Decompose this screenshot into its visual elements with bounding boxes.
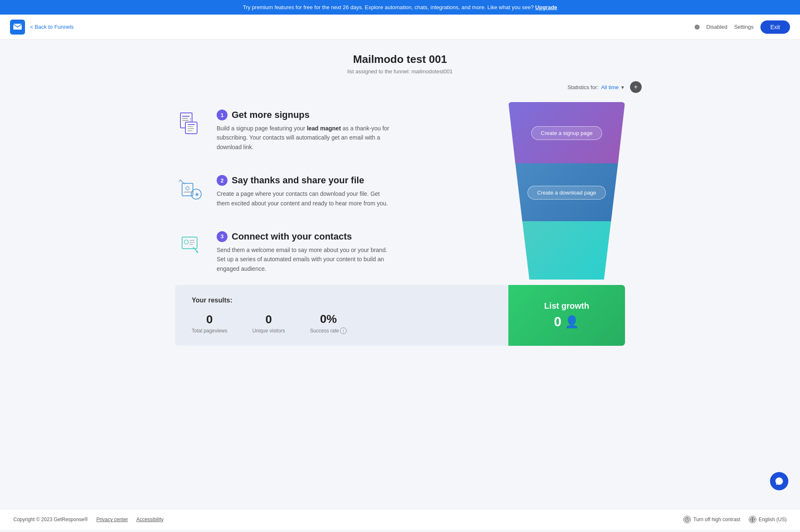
step-2-icon: ★ bbox=[177, 175, 206, 204]
svg-point-11 bbox=[186, 187, 189, 190]
privacy-link[interactable]: Privacy center bbox=[96, 517, 128, 522]
funnel-card-3 bbox=[508, 221, 625, 280]
header: < Back to Funnels Disabled Settings Exit bbox=[0, 15, 800, 40]
right-panel: Create a signup page Create a download p… bbox=[508, 98, 625, 285]
step-3: 3 Connect with your contacts Send them a… bbox=[175, 220, 498, 285]
step-3-number: 3 bbox=[217, 231, 228, 242]
copyright: Copyright © 2023 GetResponse® bbox=[13, 517, 88, 522]
visitors-label: Unique visitors bbox=[252, 328, 285, 334]
visitors-value: 0 bbox=[252, 313, 285, 326]
step-2: ★ 2 Say thanks and share your file Creat… bbox=[175, 163, 498, 220]
step-1-title: Get more signups bbox=[232, 110, 310, 120]
svg-point-22 bbox=[687, 518, 688, 519]
accessibility-link[interactable]: Accessibility bbox=[136, 517, 163, 522]
step-2-description: Create a page where your contacts can do… bbox=[217, 189, 392, 208]
page-title: Mailmodo test 001 bbox=[8, 53, 792, 66]
footer: Copyright © 2023 GetResponse® Privacy ce… bbox=[0, 509, 800, 530]
pageviews-label: Total pageviews bbox=[192, 328, 227, 334]
svg-rect-12 bbox=[184, 192, 191, 192]
create-signup-page-button[interactable]: Create a signup page bbox=[531, 126, 602, 140]
svg-point-17 bbox=[184, 240, 188, 244]
funnel-card-1[interactable]: Create a signup page bbox=[508, 102, 625, 164]
list-growth-value: 0 👤 bbox=[554, 314, 580, 330]
step-2-number: 2 bbox=[217, 175, 228, 186]
results-title: Your results: bbox=[192, 297, 492, 304]
step-1-number: 1 bbox=[217, 110, 228, 120]
step-3-description: Send them a welcome email to say more ab… bbox=[217, 245, 392, 273]
statistics-time-period[interactable]: All time bbox=[601, 84, 619, 90]
step-1: 1 Get more signups Build a signup page f… bbox=[175, 98, 498, 163]
pageviews-value: 0 bbox=[192, 313, 227, 326]
step-3-content: 3 Connect with your contacts Send them a… bbox=[217, 231, 498, 273]
person-icon: 👤 bbox=[565, 315, 579, 329]
page-title-area: Mailmodo test 001 list assigned to the f… bbox=[0, 40, 800, 81]
header-left: < Back to Funnels bbox=[10, 20, 74, 35]
step-2-icon-area: ★ bbox=[175, 175, 208, 204]
step-1-header: 1 Get more signups bbox=[217, 110, 498, 120]
svg-rect-5 bbox=[188, 124, 195, 125]
step-1-icon-area bbox=[175, 110, 208, 139]
page-subtitle: list assigned to the funnel: mailmodotes… bbox=[8, 68, 792, 75]
high-contrast-toggle[interactable]: Turn off high contrast bbox=[683, 516, 740, 523]
statistics-label: Statistics for: bbox=[568, 84, 598, 90]
upgrade-link[interactable]: Upgrade bbox=[535, 4, 558, 10]
list-growth-card: List growth 0 👤 bbox=[508, 285, 625, 346]
step-2-header: 2 Say thanks and share your file bbox=[217, 175, 498, 186]
bottom-results-row: Your results: 0 Total pageviews 0 Unique… bbox=[150, 285, 650, 362]
list-growth-number: 0 bbox=[554, 314, 562, 330]
step-3-icon bbox=[177, 231, 206, 260]
results-metrics: 0 Total pageviews 0 Unique visitors 0% S… bbox=[192, 312, 492, 334]
language-selector[interactable]: English (US) bbox=[749, 516, 787, 523]
step-2-title: Say thanks and share your file bbox=[232, 175, 364, 186]
step-3-header: 3 Connect with your contacts bbox=[217, 231, 498, 242]
disabled-label: Disabled bbox=[706, 24, 728, 30]
high-contrast-label[interactable]: Turn off high contrast bbox=[693, 517, 740, 522]
success-info-icon[interactable]: i bbox=[340, 327, 347, 334]
main-layout: 1 Get more signups Build a signup page f… bbox=[150, 98, 650, 285]
svg-rect-8 bbox=[188, 130, 192, 131]
svg-text:★: ★ bbox=[195, 192, 199, 197]
banner-text: Try premium features for free for the ne… bbox=[243, 4, 534, 10]
step-1-description: Build a signup page featuring your lead … bbox=[217, 124, 392, 152]
add-button[interactable]: + bbox=[630, 81, 642, 93]
metric-success: 0% Success rate i bbox=[310, 312, 347, 334]
svg-rect-4 bbox=[185, 122, 197, 134]
top-banner: Try premium features for free for the ne… bbox=[0, 0, 800, 15]
metric-visitors: 0 Unique visitors bbox=[252, 313, 285, 334]
step-2-content: 2 Say thanks and share your file Create … bbox=[217, 175, 498, 208]
chat-fab-button[interactable] bbox=[770, 472, 788, 490]
accessibility-icon bbox=[683, 516, 691, 523]
footer-left: Copyright © 2023 GetResponse® Privacy ce… bbox=[13, 517, 164, 522]
step-3-icon-area bbox=[175, 231, 208, 260]
settings-link[interactable]: Settings bbox=[734, 24, 754, 30]
success-label: Success rate i bbox=[310, 327, 347, 334]
list-growth-title: List growth bbox=[544, 301, 589, 311]
status-dot bbox=[695, 25, 700, 30]
footer-right: Turn off high contrast English (US) bbox=[683, 516, 787, 523]
results-card: Your results: 0 Total pageviews 0 Unique… bbox=[175, 285, 508, 346]
funnels-link[interactable]: Funnels bbox=[55, 24, 74, 30]
exit-button[interactable]: Exit bbox=[760, 20, 790, 34]
logo-icon bbox=[10, 20, 25, 35]
funnel-card-2[interactable]: Create a download page bbox=[508, 163, 625, 222]
language-label[interactable]: English (US) bbox=[759, 517, 787, 522]
step-1-content: 1 Get more signups Build a signup page f… bbox=[217, 110, 498, 152]
svg-rect-7 bbox=[188, 128, 194, 129]
create-download-page-button[interactable]: Create a download page bbox=[528, 186, 606, 200]
svg-rect-6 bbox=[188, 126, 193, 127]
step-1-icon bbox=[177, 110, 206, 139]
left-panel: 1 Get more signups Build a signup page f… bbox=[175, 98, 498, 285]
svg-rect-3 bbox=[182, 120, 189, 121]
success-value: 0% bbox=[310, 312, 347, 326]
back-to-funnels[interactable]: < Back to Funnels bbox=[30, 24, 74, 30]
svg-rect-1 bbox=[182, 116, 190, 117]
header-right: Disabled Settings Exit bbox=[695, 20, 790, 34]
metric-pageviews: 0 Total pageviews bbox=[192, 313, 227, 334]
step-3-title: Connect with your contacts bbox=[232, 231, 352, 242]
svg-rect-2 bbox=[182, 118, 188, 119]
globe-icon bbox=[749, 516, 756, 523]
back-label: < Back to bbox=[30, 24, 53, 30]
